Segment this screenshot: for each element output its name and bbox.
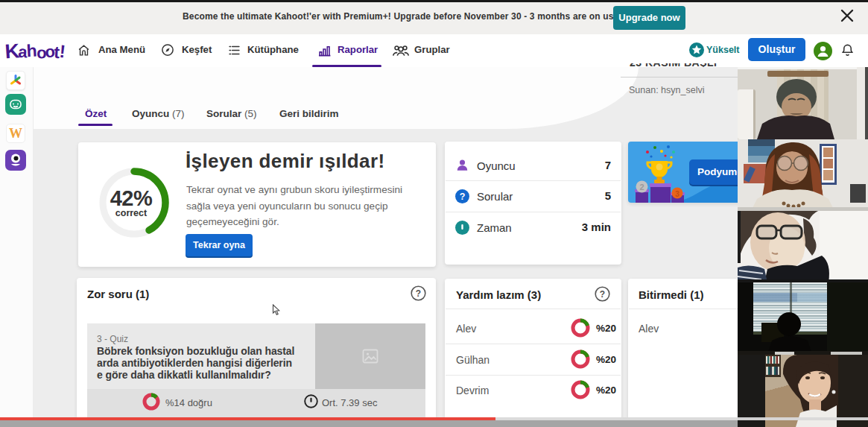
svg-text:2: 2 bbox=[639, 183, 644, 192]
svg-text:?: ? bbox=[416, 288, 421, 299]
svg-text:!: ! bbox=[58, 41, 66, 62]
svg-text:?: ? bbox=[600, 289, 605, 300]
svg-text:?: ? bbox=[460, 192, 466, 202]
svg-text:3: 3 bbox=[675, 190, 679, 198]
